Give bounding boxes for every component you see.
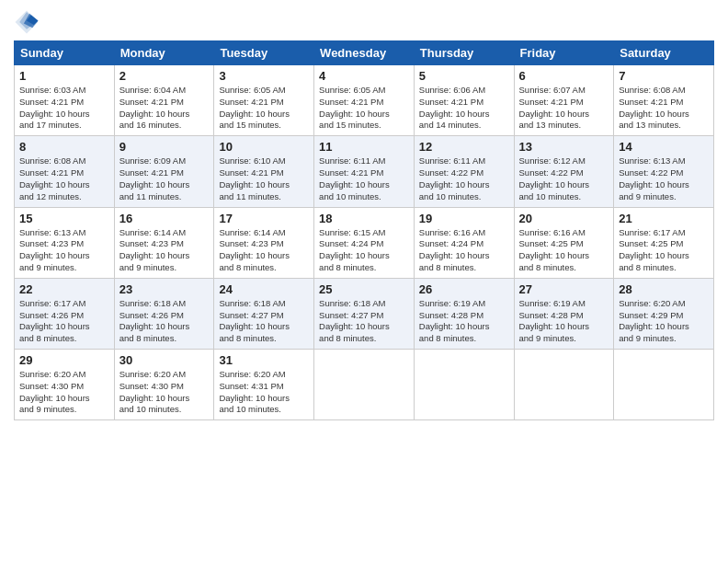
calendar-cell: 4Sunrise: 6:05 AM Sunset: 4:21 PM Daylig… bbox=[314, 65, 415, 136]
day-info: Sunrise: 6:09 AM Sunset: 4:21 PM Dayligh… bbox=[119, 155, 210, 202]
weekday-row: SundayMondayTuesdayWednesdayThursdayFrid… bbox=[15, 41, 714, 65]
day-info: Sunrise: 6:05 AM Sunset: 4:21 PM Dayligh… bbox=[319, 85, 409, 132]
logo bbox=[14, 9, 43, 35]
calendar-body: 1Sunrise: 6:03 AM Sunset: 4:21 PM Daylig… bbox=[15, 65, 714, 420]
day-number: 5 bbox=[419, 69, 509, 83]
weekday-header-sunday: Sunday bbox=[15, 41, 115, 65]
calendar-week-5: 29Sunrise: 6:20 AM Sunset: 4:30 PM Dayli… bbox=[15, 350, 714, 420]
calendar-week-4: 22Sunrise: 6:17 AM Sunset: 4:26 PM Dayli… bbox=[15, 278, 714, 349]
day-info: Sunrise: 6:14 AM Sunset: 4:23 PM Dayligh… bbox=[219, 227, 309, 274]
calendar-cell: 25Sunrise: 6:18 AM Sunset: 4:27 PM Dayli… bbox=[314, 278, 415, 349]
day-info: Sunrise: 6:08 AM Sunset: 4:21 PM Dayligh… bbox=[19, 155, 109, 202]
calendar-cell: 22Sunrise: 6:17 AM Sunset: 4:26 PM Dayli… bbox=[15, 278, 115, 349]
day-number: 16 bbox=[119, 212, 210, 225]
day-info: Sunrise: 6:13 AM Sunset: 4:23 PM Dayligh… bbox=[19, 227, 109, 274]
day-number: 20 bbox=[519, 212, 609, 225]
header bbox=[14, 9, 714, 35]
calendar-cell: 19Sunrise: 6:16 AM Sunset: 4:24 PM Dayli… bbox=[414, 207, 514, 278]
day-info: Sunrise: 6:14 AM Sunset: 4:23 PM Dayligh… bbox=[119, 227, 210, 274]
day-info: Sunrise: 6:17 AM Sunset: 4:25 PM Dayligh… bbox=[619, 227, 709, 274]
day-number: 19 bbox=[419, 212, 509, 225]
calendar-cell: 5Sunrise: 6:06 AM Sunset: 4:21 PM Daylig… bbox=[414, 65, 514, 136]
weekday-header-thursday: Thursday bbox=[414, 41, 514, 65]
day-info: Sunrise: 6:12 AM Sunset: 4:22 PM Dayligh… bbox=[519, 155, 609, 202]
calendar-cell: 24Sunrise: 6:18 AM Sunset: 4:27 PM Dayli… bbox=[214, 278, 314, 349]
calendar-cell: 15Sunrise: 6:13 AM Sunset: 4:23 PM Dayli… bbox=[15, 207, 115, 278]
day-info: Sunrise: 6:18 AM Sunset: 4:27 PM Dayligh… bbox=[219, 298, 309, 345]
day-info: Sunrise: 6:08 AM Sunset: 4:21 PM Dayligh… bbox=[619, 85, 709, 132]
calendar-cell: 6Sunrise: 6:07 AM Sunset: 4:21 PM Daylig… bbox=[514, 65, 614, 136]
day-info: Sunrise: 6:11 AM Sunset: 4:22 PM Dayligh… bbox=[419, 155, 509, 202]
day-number: 25 bbox=[319, 282, 409, 296]
day-info: Sunrise: 6:03 AM Sunset: 4:21 PM Dayligh… bbox=[19, 85, 109, 132]
day-info: Sunrise: 6:16 AM Sunset: 4:24 PM Dayligh… bbox=[419, 227, 509, 274]
day-number: 29 bbox=[19, 353, 109, 367]
day-info: Sunrise: 6:10 AM Sunset: 4:21 PM Dayligh… bbox=[219, 155, 309, 202]
day-info: Sunrise: 6:06 AM Sunset: 4:21 PM Dayligh… bbox=[419, 85, 509, 132]
day-info: Sunrise: 6:04 AM Sunset: 4:21 PM Dayligh… bbox=[119, 85, 210, 132]
day-number: 7 bbox=[619, 69, 709, 83]
calendar-cell: 20Sunrise: 6:16 AM Sunset: 4:25 PM Dayli… bbox=[514, 207, 614, 278]
calendar-cell: 10Sunrise: 6:10 AM Sunset: 4:21 PM Dayli… bbox=[214, 136, 314, 207]
calendar-cell: 23Sunrise: 6:18 AM Sunset: 4:26 PM Dayli… bbox=[114, 278, 214, 349]
calendar-cell: 21Sunrise: 6:17 AM Sunset: 4:25 PM Dayli… bbox=[614, 207, 714, 278]
calendar-cell: 11Sunrise: 6:11 AM Sunset: 4:21 PM Dayli… bbox=[314, 136, 415, 207]
day-number: 1 bbox=[19, 69, 109, 83]
day-number: 28 bbox=[619, 282, 709, 296]
calendar: SundayMondayTuesdayWednesdayThursdayFrid… bbox=[14, 40, 714, 420]
calendar-week-3: 15Sunrise: 6:13 AM Sunset: 4:23 PM Dayli… bbox=[15, 207, 714, 278]
day-number: 13 bbox=[519, 140, 609, 154]
calendar-cell: 16Sunrise: 6:14 AM Sunset: 4:23 PM Dayli… bbox=[114, 207, 214, 278]
day-number: 11 bbox=[319, 140, 409, 154]
day-info: Sunrise: 6:19 AM Sunset: 4:28 PM Dayligh… bbox=[419, 298, 509, 345]
calendar-cell: 28Sunrise: 6:20 AM Sunset: 4:29 PM Dayli… bbox=[614, 278, 714, 349]
weekday-header-monday: Monday bbox=[114, 41, 214, 65]
weekday-header-friday: Friday bbox=[514, 41, 614, 65]
day-number: 26 bbox=[419, 282, 509, 296]
calendar-cell: 9Sunrise: 6:09 AM Sunset: 4:21 PM Daylig… bbox=[114, 136, 214, 207]
day-number: 31 bbox=[219, 353, 309, 367]
day-info: Sunrise: 6:19 AM Sunset: 4:28 PM Dayligh… bbox=[519, 298, 609, 345]
day-number: 3 bbox=[219, 69, 309, 83]
day-info: Sunrise: 6:16 AM Sunset: 4:25 PM Dayligh… bbox=[519, 227, 609, 274]
weekday-header-saturday: Saturday bbox=[614, 41, 714, 65]
calendar-cell: 26Sunrise: 6:19 AM Sunset: 4:28 PM Dayli… bbox=[414, 278, 514, 349]
day-number: 6 bbox=[519, 69, 609, 83]
calendar-cell: 14Sunrise: 6:13 AM Sunset: 4:22 PM Dayli… bbox=[614, 136, 714, 207]
logo-icon bbox=[14, 9, 40, 35]
calendar-cell: 17Sunrise: 6:14 AM Sunset: 4:23 PM Dayli… bbox=[214, 207, 314, 278]
calendar-cell: 7Sunrise: 6:08 AM Sunset: 4:21 PM Daylig… bbox=[614, 65, 714, 136]
day-info: Sunrise: 6:18 AM Sunset: 4:27 PM Dayligh… bbox=[319, 298, 409, 345]
day-info: Sunrise: 6:18 AM Sunset: 4:26 PM Dayligh… bbox=[119, 298, 210, 345]
day-number: 8 bbox=[19, 140, 109, 154]
day-number: 17 bbox=[219, 212, 309, 225]
calendar-cell: 12Sunrise: 6:11 AM Sunset: 4:22 PM Dayli… bbox=[414, 136, 514, 207]
calendar-cell bbox=[614, 350, 714, 420]
day-number: 23 bbox=[119, 282, 210, 296]
day-number: 10 bbox=[219, 140, 309, 154]
calendar-cell: 8Sunrise: 6:08 AM Sunset: 4:21 PM Daylig… bbox=[15, 136, 115, 207]
day-info: Sunrise: 6:13 AM Sunset: 4:22 PM Dayligh… bbox=[619, 155, 709, 202]
day-number: 9 bbox=[119, 140, 210, 154]
day-info: Sunrise: 6:20 AM Sunset: 4:30 PM Dayligh… bbox=[119, 369, 210, 416]
day-number: 4 bbox=[319, 69, 409, 83]
calendar-week-2: 8Sunrise: 6:08 AM Sunset: 4:21 PM Daylig… bbox=[15, 136, 714, 207]
weekday-header-wednesday: Wednesday bbox=[314, 41, 415, 65]
calendar-cell: 3Sunrise: 6:05 AM Sunset: 4:21 PM Daylig… bbox=[214, 65, 314, 136]
day-number: 15 bbox=[19, 212, 109, 225]
calendar-cell: 29Sunrise: 6:20 AM Sunset: 4:30 PM Dayli… bbox=[15, 350, 115, 420]
day-number: 21 bbox=[619, 212, 709, 225]
day-info: Sunrise: 6:05 AM Sunset: 4:21 PM Dayligh… bbox=[219, 85, 309, 132]
weekday-header-tuesday: Tuesday bbox=[214, 41, 314, 65]
calendar-week-1: 1Sunrise: 6:03 AM Sunset: 4:21 PM Daylig… bbox=[15, 65, 714, 136]
calendar-cell: 27Sunrise: 6:19 AM Sunset: 4:28 PM Dayli… bbox=[514, 278, 614, 349]
day-info: Sunrise: 6:20 AM Sunset: 4:29 PM Dayligh… bbox=[619, 298, 709, 345]
day-info: Sunrise: 6:11 AM Sunset: 4:21 PM Dayligh… bbox=[319, 155, 409, 202]
day-number: 2 bbox=[119, 69, 210, 83]
day-number: 18 bbox=[319, 212, 409, 225]
calendar-cell: 30Sunrise: 6:20 AM Sunset: 4:30 PM Dayli… bbox=[114, 350, 214, 420]
day-number: 27 bbox=[519, 282, 609, 296]
day-info: Sunrise: 6:20 AM Sunset: 4:31 PM Dayligh… bbox=[219, 369, 309, 416]
calendar-cell: 2Sunrise: 6:04 AM Sunset: 4:21 PM Daylig… bbox=[114, 65, 214, 136]
calendar-cell: 31Sunrise: 6:20 AM Sunset: 4:31 PM Dayli… bbox=[214, 350, 314, 420]
